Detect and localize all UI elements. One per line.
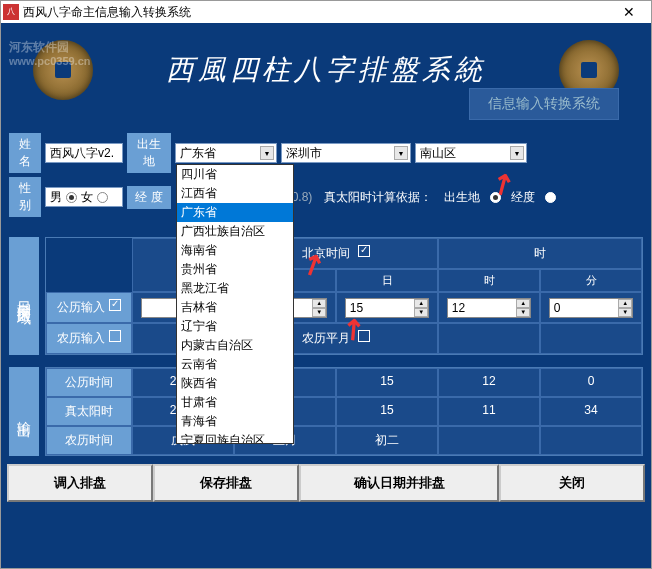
province-option[interactable]: 海南省 xyxy=(177,241,293,260)
output-row-label: 真太阳时 xyxy=(46,397,132,426)
output-vtab: 输出 xyxy=(9,367,39,456)
output-cell: 12 xyxy=(438,368,540,397)
province-dropdown[interactable]: 四川省江西省广东省广西壮族自治区海南省贵州省黑龙江省吉林省辽宁省内蒙古自治区云南… xyxy=(176,164,294,444)
output-cell xyxy=(438,426,540,455)
name-input[interactable] xyxy=(45,143,123,163)
col-time: 时 xyxy=(438,238,642,269)
province-option[interactable]: 甘肃省 xyxy=(177,393,293,412)
by-birth-radio[interactable] xyxy=(490,192,501,203)
chevron-down-icon: ▼ xyxy=(260,146,274,160)
output-grid: 公历时间2018615120真太阳时20186151134农历时间戊戌五月初二 xyxy=(45,367,643,456)
header: 西風四柱八字排盤系統 信息输入转换系统 xyxy=(3,25,649,115)
by-lng-radio[interactable] xyxy=(545,192,556,203)
lunar-input-label: 农历输入 xyxy=(46,323,132,354)
hour-spinner[interactable]: 12▲▼ xyxy=(447,298,532,318)
lng-label: 经 度 xyxy=(127,186,171,209)
province-option[interactable]: 四川省 xyxy=(177,165,293,184)
province-option[interactable]: 广东省 xyxy=(177,203,293,222)
district-value: 南山区 xyxy=(420,145,456,162)
province-value: 广东省 xyxy=(180,145,216,162)
province-option[interactable]: 内蒙古自治区 xyxy=(177,336,293,355)
output-row-label: 公历时间 xyxy=(46,368,132,397)
birth-label: 出生地 xyxy=(127,133,171,173)
province-option[interactable]: 辽宁省 xyxy=(177,317,293,336)
coin-icon-left xyxy=(33,40,93,100)
date-grid: 年 北京时间 时 月 日 时 分 公历输入 ▲▼ ▲▼ 15▲▼ 12▲▼ 0▲… xyxy=(45,237,643,355)
output-cell: 0 xyxy=(540,368,642,397)
province-option[interactable]: 黑龙江省 xyxy=(177,279,293,298)
system-info-button[interactable]: 信息输入转换系统 xyxy=(469,88,619,120)
row-name-birth: 姓名 出生地 广东省 ▼ 四川省江西省广东省广西壮族自治区海南省贵州省黑龙江省吉… xyxy=(9,133,643,173)
province-option[interactable]: 江西省 xyxy=(177,184,293,203)
province-option[interactable]: 陕西省 xyxy=(177,374,293,393)
chevron-down-icon: ▼ xyxy=(510,146,524,160)
by-birth-label: 出生地 xyxy=(440,189,484,206)
gender-label: 性别 xyxy=(9,177,41,217)
content-area: 河东软件园 www.pc0359.cn 西風四柱八字排盤系統 信息输入转换系统 … xyxy=(1,23,651,568)
gender-female-label: 女 xyxy=(81,189,93,206)
district-select[interactable]: 南山区 ▼ xyxy=(415,143,527,163)
window-title: 西风八字命主信息输入转换系统 xyxy=(23,4,609,21)
output-cell xyxy=(540,426,642,455)
lunar-check[interactable] xyxy=(109,330,121,342)
date-input-vtab: 日期输入区域 xyxy=(9,237,39,355)
output-cell: 15 xyxy=(336,368,438,397)
province-option[interactable]: 云南省 xyxy=(177,355,293,374)
col-day: 日 xyxy=(336,269,438,292)
gender-male-label: 男 xyxy=(50,189,62,206)
output-cell: 34 xyxy=(540,397,642,426)
day-spinner[interactable]: 15▲▼ xyxy=(345,298,430,318)
province-option[interactable]: 广西壮族自治区 xyxy=(177,222,293,241)
output-panel: 输出 公历时间2018615120真太阳时20186151134农历时间戊戌五月… xyxy=(3,363,649,460)
output-row-label: 农历时间 xyxy=(46,426,132,455)
row-gender-lng: 性别 男 女 经 度 20.8) 真太阳时计算依据： 出生地 经度 xyxy=(9,177,643,217)
output-cell: 初二 xyxy=(336,426,438,455)
form-section: 姓名 出生地 广东省 ▼ 四川省江西省广东省广西壮族自治区海南省贵州省黑龙江省吉… xyxy=(3,125,649,229)
app-title: 西風四柱八字排盤系統 xyxy=(123,51,529,89)
solar-input-label: 公历输入 xyxy=(46,292,132,323)
chevron-down-icon: ▼ xyxy=(394,146,408,160)
close-button[interactable]: ✕ xyxy=(609,2,649,22)
save-chart-button[interactable]: 保存排盘 xyxy=(153,464,299,502)
confirm-date-button[interactable]: 确认日期并排盘 xyxy=(299,464,499,502)
titlebar: 八 西风八字命主信息输入转换系统 ✕ xyxy=(1,1,651,23)
city-select[interactable]: 深圳市 ▼ xyxy=(281,143,411,163)
min-spinner[interactable]: 0▲▼ xyxy=(549,298,634,318)
gender-group: 男 女 xyxy=(45,187,123,207)
name-label: 姓名 xyxy=(9,133,41,173)
bj-time-check[interactable] xyxy=(358,245,370,257)
city-value: 深圳市 xyxy=(286,145,322,162)
lunar-flat-check[interactable] xyxy=(358,330,370,342)
gender-female-radio[interactable] xyxy=(97,192,108,203)
gender-male-radio[interactable] xyxy=(66,192,77,203)
load-chart-button[interactable]: 调入排盘 xyxy=(7,464,153,502)
sun-calc-label: 真太阳时计算依据： xyxy=(320,189,436,206)
close-button[interactable]: 关闭 xyxy=(499,464,645,502)
col-hour: 时 xyxy=(438,269,540,292)
by-lng-label: 经度 xyxy=(507,189,539,206)
province-option[interactable]: 贵州省 xyxy=(177,260,293,279)
button-row: 调入排盘 保存排盘 确认日期并排盘 关闭 xyxy=(3,460,649,506)
province-option[interactable]: 吉林省 xyxy=(177,298,293,317)
output-cell: 15 xyxy=(336,397,438,426)
solar-check[interactable] xyxy=(109,299,121,311)
app-icon: 八 xyxy=(3,4,19,20)
province-select[interactable]: 广东省 ▼ 四川省江西省广东省广西壮族自治区海南省贵州省黑龙江省吉林省辽宁省内蒙… xyxy=(175,143,277,163)
output-cell: 11 xyxy=(438,397,540,426)
col-min: 分 xyxy=(540,269,642,292)
app-window: 八 西风八字命主信息输入转换系统 ✕ 河东软件园 www.pc0359.cn 西… xyxy=(0,0,652,569)
date-input-panel: 日期输入区域 年 北京时间 时 月 日 时 分 公历输入 ▲▼ ▲▼ 15▲▼ … xyxy=(3,233,649,359)
province-option[interactable]: 宁夏回族自治区 xyxy=(177,431,293,444)
province-option[interactable]: 青海省 xyxy=(177,412,293,431)
